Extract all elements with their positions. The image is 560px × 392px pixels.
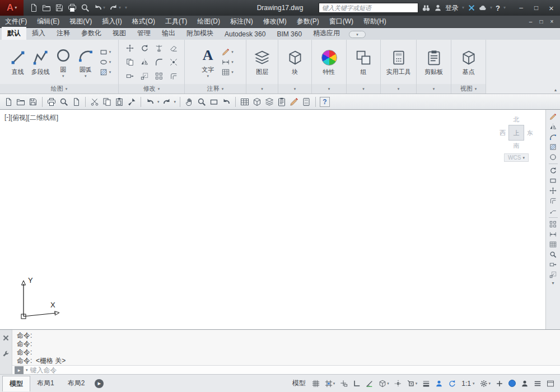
viewcube[interactable]: 北 西 上 东 南 WCS ▾ bbox=[495, 115, 538, 162]
array-button[interactable] bbox=[155, 72, 163, 80]
search-input[interactable] bbox=[319, 3, 418, 13]
menu-parametric[interactable]: 参数(P) bbox=[292, 15, 324, 28]
tool-palettes-button[interactable] bbox=[264, 97, 274, 107]
properties-button[interactable]: 特性 bbox=[319, 48, 340, 77]
block-button[interactable]: 块 bbox=[284, 48, 306, 77]
stretch-button[interactable] bbox=[126, 72, 134, 80]
side-tool-arc-icon[interactable] bbox=[549, 133, 557, 141]
panel-properties-label[interactable]: ▾ bbox=[312, 84, 346, 94]
grid-toggle[interactable] bbox=[311, 379, 321, 389]
edit-annotation-button[interactable]: ▾ bbox=[222, 48, 234, 56]
scale-button[interactable] bbox=[141, 72, 148, 80]
utilities-button[interactable]: 实用工具 bbox=[385, 48, 413, 77]
zoom-previous-button[interactable] bbox=[221, 97, 231, 107]
undo-button[interactable] bbox=[145, 97, 155, 107]
doc-minimize-button[interactable]: – bbox=[526, 18, 535, 25]
side-tool-move-icon[interactable] bbox=[549, 187, 557, 194]
properties-palette-button[interactable] bbox=[240, 97, 250, 107]
login-button[interactable]: 登录 bbox=[445, 3, 459, 13]
print-button[interactable] bbox=[46, 97, 57, 107]
match-properties-button[interactable] bbox=[127, 97, 137, 107]
panel-modify-label[interactable]: 修改 ▾ bbox=[119, 84, 184, 94]
annotation-monitor-button[interactable] bbox=[494, 379, 505, 389]
dimension-button[interactable]: ▾ bbox=[222, 58, 234, 66]
quick-calc-button[interactable] bbox=[301, 97, 311, 107]
rotate-button[interactable] bbox=[141, 44, 148, 52]
isolate-objects-button[interactable] bbox=[520, 379, 530, 389]
tab-annotate[interactable]: 注释 bbox=[51, 27, 76, 40]
redo-button[interactable]: ▾ bbox=[109, 3, 121, 12]
erase-button[interactable] bbox=[170, 44, 178, 52]
fillet-button[interactable] bbox=[155, 58, 163, 66]
layers-button[interactable]: 图层 bbox=[251, 48, 273, 77]
annotation-visibility-toggle[interactable] bbox=[434, 379, 444, 389]
graphics-performance-button[interactable] bbox=[507, 379, 517, 388]
line-button[interactable]: 直线 bbox=[7, 48, 29, 77]
menu-modify[interactable]: 修改(M) bbox=[258, 15, 292, 28]
panel-draw-label[interactable]: 绘图 ▾ bbox=[0, 84, 118, 94]
base-button[interactable]: 基点 bbox=[458, 48, 479, 77]
open-file-button[interactable] bbox=[16, 97, 26, 107]
design-center-button[interactable] bbox=[252, 97, 262, 107]
plot-preview-button[interactable] bbox=[59, 97, 69, 107]
tab-model[interactable]: 模型 bbox=[2, 376, 30, 391]
customize-statusbar-button[interactable] bbox=[533, 379, 543, 389]
lineweight-toggle[interactable] bbox=[421, 379, 431, 389]
menu-window[interactable]: 窗口(W) bbox=[324, 15, 358, 28]
open-file-button[interactable] bbox=[42, 3, 51, 12]
tab-manage[interactable]: 管理 bbox=[132, 27, 156, 40]
side-tool-rect-icon[interactable] bbox=[549, 177, 557, 184]
viewport-menu-button[interactable]: [-] bbox=[4, 113, 11, 123]
minimize-button[interactable]: – bbox=[514, 0, 529, 16]
publish-button[interactable] bbox=[71, 97, 81, 107]
clean-screen-button[interactable] bbox=[545, 379, 556, 389]
menu-insert[interactable]: 插入(I) bbox=[97, 15, 127, 28]
side-tool-circle-icon[interactable] bbox=[549, 153, 557, 161]
autodesk-360-icon[interactable] bbox=[479, 4, 487, 12]
new-file-button[interactable] bbox=[29, 3, 38, 12]
model-space-button[interactable]: 模型 bbox=[292, 379, 306, 388]
offset-button[interactable] bbox=[170, 72, 178, 80]
polyline-button[interactable]: 多段线 bbox=[30, 48, 52, 77]
panel-utilities-label[interactable]: ▾ bbox=[381, 84, 416, 94]
sheet-set-manager-button[interactable] bbox=[277, 97, 287, 107]
close-command-icon[interactable] bbox=[2, 334, 10, 342]
tab-featured-apps[interactable]: 精选应用 bbox=[307, 27, 346, 40]
tab-layout1[interactable]: 布局1 bbox=[30, 376, 61, 391]
ribbon-display-toggle[interactable]: ▾ bbox=[349, 31, 366, 38]
viewcube-north[interactable]: 北 bbox=[495, 115, 538, 124]
panel-layers-label[interactable]: ▾ bbox=[246, 84, 278, 94]
plot-preview-button[interactable] bbox=[81, 3, 90, 12]
wrench-icon[interactable] bbox=[2, 351, 10, 358]
customize-qat-button[interactable]: ▾ bbox=[125, 6, 127, 10]
command-history[interactable]: 命令: 命令: 命令: 命令: <栅格 关> bbox=[12, 330, 560, 365]
paste-button[interactable] bbox=[114, 97, 124, 107]
viewcube-south[interactable]: 南 bbox=[495, 142, 538, 150]
side-tool-leader-icon[interactable] bbox=[549, 207, 557, 214]
tab-autodesk360[interactable]: Autodesk 360 bbox=[219, 29, 271, 40]
tab-bim360[interactable]: BIM 360 bbox=[271, 29, 307, 40]
copy-button[interactable] bbox=[102, 97, 112, 107]
command-input[interactable] bbox=[30, 366, 560, 374]
auto-scale-toggle[interactable] bbox=[447, 379, 457, 389]
close-button[interactable]: × bbox=[544, 0, 559, 16]
mirror-button[interactable] bbox=[141, 58, 148, 66]
new-file-button[interactable] bbox=[3, 97, 13, 107]
side-tool-pencil-icon[interactable] bbox=[549, 113, 557, 120]
workspace-switching-button[interactable]: ▾ bbox=[479, 379, 492, 389]
panel-annotate-label[interactable]: 注释 ▾ bbox=[185, 84, 246, 94]
markup-button[interactable] bbox=[289, 97, 299, 107]
side-tool-stretch-icon[interactable] bbox=[549, 261, 557, 268]
menu-view[interactable]: 视图(V) bbox=[64, 15, 97, 28]
hatch-button[interactable]: ▾ bbox=[100, 68, 111, 76]
viewcube-top-face[interactable]: 上 bbox=[508, 125, 524, 141]
help-button[interactable]: ? bbox=[496, 4, 500, 12]
tab-addins[interactable]: 附加模块 bbox=[181, 27, 219, 40]
object-snap-tracking-toggle[interactable] bbox=[393, 379, 403, 389]
plot-button[interactable] bbox=[68, 3, 77, 12]
side-tool-array-icon[interactable] bbox=[549, 221, 557, 228]
zoom-realtime-button[interactable] bbox=[197, 97, 207, 107]
side-tool-scale-icon[interactable] bbox=[549, 271, 557, 278]
ortho-toggle[interactable] bbox=[352, 379, 362, 389]
help-button[interactable]: ? bbox=[320, 97, 330, 107]
